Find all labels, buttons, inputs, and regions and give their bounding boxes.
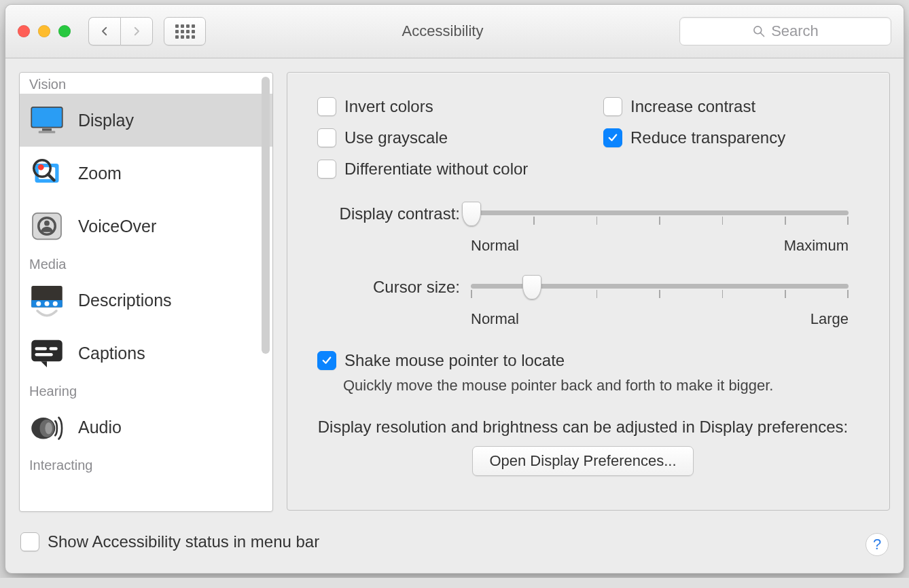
cursor-min-label: Normal [471, 310, 519, 328]
check-icon [607, 132, 619, 144]
open-prefs-message: Display resolution and brightness can be… [317, 418, 849, 437]
close-window-button[interactable] [18, 25, 30, 37]
search-icon [752, 24, 766, 38]
back-button[interactable] [88, 17, 120, 45]
cursor-slider-label: Cursor size: [317, 278, 460, 297]
forward-button[interactable] [120, 17, 153, 45]
svg-point-10 [38, 164, 44, 170]
increase-contrast-checkbox[interactable] [603, 97, 622, 116]
minimize-window-button[interactable] [38, 25, 50, 37]
check-icon [321, 354, 333, 367]
help-button[interactable]: ? [866, 533, 889, 556]
shake-locate-checkbox[interactable] [317, 351, 336, 370]
contrast-slider-label: Display contrast: [317, 204, 460, 223]
contrast-min-label: Normal [471, 237, 519, 255]
scrollbar[interactable] [262, 77, 270, 354]
increase-contrast-row: Increase contrast [603, 97, 849, 116]
search-field[interactable]: Search [679, 17, 891, 45]
increase-contrast-label: Increase contrast [630, 97, 755, 116]
zoom-icon [28, 154, 66, 192]
use-grayscale-checkbox[interactable] [317, 128, 336, 147]
nav-buttons [88, 17, 153, 45]
svg-point-25 [45, 422, 52, 435]
sidebar-section-hearing: Hearing [20, 380, 272, 401]
svg-rect-19 [31, 340, 63, 362]
sidebar-section-vision: Vision [20, 73, 272, 94]
differentiate-label: Differentiate without color [344, 160, 528, 179]
cursor-max-label: Large [810, 310, 849, 328]
sidebar-section-media: Media [20, 253, 272, 274]
contrast-max-label: Maximum [784, 237, 849, 255]
invert-colors-label: Invert colors [344, 97, 433, 116]
reduce-transparency-label: Reduce transparency [630, 128, 785, 147]
shake-locate-hint: Quickly move the mouse pointer back and … [343, 377, 849, 394]
svg-rect-20 [35, 347, 48, 350]
svg-rect-4 [42, 128, 52, 131]
svg-point-17 [45, 301, 50, 306]
voiceover-icon [28, 207, 66, 245]
footer: Show Accessibility status in menu bar ? [5, 526, 904, 573]
reduce-transparency-row: Reduce transparency [603, 128, 849, 147]
svg-point-18 [53, 301, 58, 306]
sidebar-item-label: Descriptions [78, 291, 172, 310]
contrast-slider[interactable]: Normal Maximum [471, 204, 849, 255]
open-display-prefs-button[interactable]: Open Display Preferences... [472, 446, 693, 476]
svg-rect-2 [31, 107, 63, 128]
checkbox-grid: Invert colors Increase contrast Use gray… [317, 96, 849, 185]
show-status-row: Show Accessibility status in menu bar [20, 532, 319, 551]
svg-rect-5 [39, 131, 56, 134]
invert-colors-checkbox[interactable] [317, 97, 336, 116]
sidebar-item-label: Captions [78, 344, 145, 363]
body: VisionDisplayZoomVoiceOverMediaDescripti… [5, 58, 904, 526]
cursor-slider[interactable]: Normal Large [471, 278, 849, 328]
zoom-window-button[interactable] [58, 25, 71, 37]
differentiate-checkbox[interactable] [317, 160, 336, 179]
grid-icon [175, 24, 195, 39]
prefs-window: Accessibility Search VisionDisplayZoomVo… [5, 4, 904, 574]
toolbar: Accessibility Search [5, 5, 904, 58]
shake-locate-label: Shake mouse pointer to locate [344, 351, 565, 370]
use-grayscale-label: Use grayscale [344, 128, 448, 147]
show-status-label: Show Accessibility status in menu bar [48, 532, 319, 551]
chevron-right-icon [130, 25, 143, 37]
svg-rect-22 [35, 353, 53, 356]
sidebar-item-descriptions[interactable]: Descriptions [20, 274, 272, 327]
chevron-left-icon [99, 25, 111, 37]
reduce-transparency-checkbox[interactable] [603, 128, 622, 147]
sidebar-item-captions[interactable]: Captions [20, 327, 272, 380]
sidebar-item-zoom[interactable]: Zoom [20, 147, 272, 200]
sidebar-section-interacting: Interacting [20, 454, 272, 475]
svg-line-1 [761, 33, 764, 37]
sidebar-item-voiceover[interactable]: VoiceOver [20, 200, 272, 253]
sidebar-item-label: Zoom [78, 164, 122, 183]
display-panel: Invert colors Increase contrast Use gray… [287, 72, 890, 511]
sidebar: VisionDisplayZoomVoiceOverMediaDescripti… [19, 72, 273, 512]
display-icon [28, 101, 66, 139]
window-title: Accessibility [217, 22, 669, 40]
sidebar-item-label: Audio [78, 418, 122, 437]
show-all-button[interactable] [164, 17, 206, 45]
sidebar-item-audio[interactable]: Audio [20, 401, 272, 454]
descriptions-icon [28, 281, 66, 319]
traffic-lights [18, 25, 71, 37]
invert-colors-row: Invert colors [317, 97, 563, 116]
svg-point-16 [36, 301, 41, 306]
sidebar-item-display[interactable]: Display [20, 94, 272, 147]
shake-locate-row: Shake mouse pointer to locate [317, 351, 849, 370]
open-prefs-section: Display resolution and brightness can be… [317, 418, 849, 476]
svg-rect-21 [50, 347, 58, 350]
audio-icon [28, 408, 66, 446]
differentiate-row: Differentiate without color [317, 160, 849, 179]
sidebar-item-label: VoiceOver [78, 217, 156, 236]
use-grayscale-row: Use grayscale [317, 128, 563, 147]
captions-icon [28, 334, 66, 372]
sidebar-item-label: Display [78, 111, 134, 130]
show-status-checkbox[interactable] [20, 532, 39, 551]
search-placeholder: Search [771, 22, 819, 40]
cursor-size-row: Cursor size: Normal Large [317, 278, 849, 328]
svg-point-13 [44, 221, 50, 226]
display-contrast-row: Display contrast: Normal Maximum [317, 204, 849, 255]
